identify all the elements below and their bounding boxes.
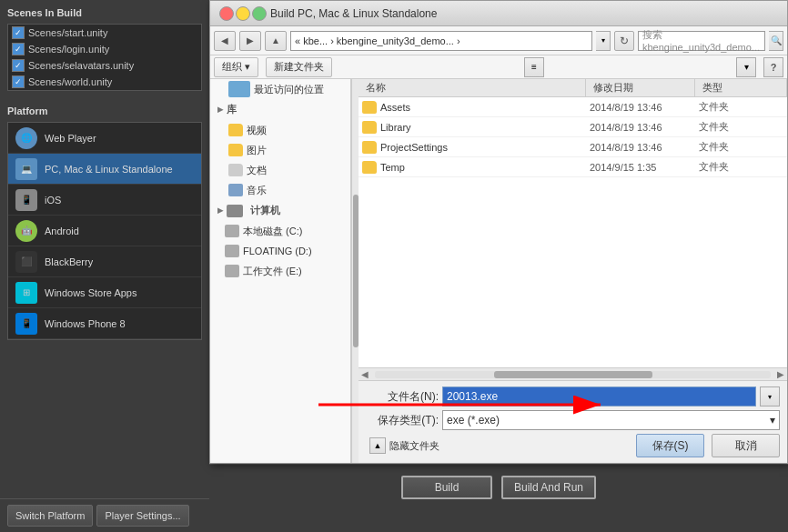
search-placeholder: 搜索 kbengine_unity3d_demo... — [642, 28, 761, 53]
blackberry-icon: ⬛ — [15, 251, 37, 273]
scroll-left-btn[interactable]: ◀ — [359, 369, 371, 379]
platform-item-ios[interactable]: 📱 iOS — [8, 185, 201, 216]
nav-drive-d[interactable]: FLOATING (D:) — [210, 241, 350, 261]
maximize-button[interactable] — [252, 6, 267, 21]
col-header-type[interactable]: 类型 — [695, 79, 787, 96]
collapse-button[interactable]: ▲ — [369, 437, 386, 454]
dialog-body: 最近访问的位置 ▶ 库 视频 图片 文档 音乐 — [210, 79, 787, 463]
web-player-icon: 🌐 — [15, 127, 37, 149]
file-type-assets: 文件夹 — [699, 100, 729, 114]
dialog-toolbar: ◀ ▶ ▲ « kbe... › kbengine_unity3d_demo..… — [210, 26, 787, 55]
file-row-library[interactable]: Library 2014/8/19 13:46 文件夹 — [359, 117, 787, 137]
scene-item[interactable]: ✓ Scenes/login.unity — [8, 41, 201, 57]
computer-icon — [227, 205, 243, 217]
file-row-projectsettings[interactable]: ProjectSettings 2014/8/19 13:46 文件夹 — [359, 137, 787, 157]
documents-folder-icon — [228, 164, 243, 176]
file-name-assets: Assets — [380, 102, 410, 113]
refresh-button[interactable]: ↻ — [614, 31, 634, 51]
platform-item-pcmaclinux[interactable]: 💻 PC, Mac & Linux Standalone — [8, 154, 201, 185]
scrollbar-h-track — [375, 371, 771, 378]
file-date-projectsettings: 2014/8/19 13:46 — [590, 142, 662, 153]
nav-music[interactable]: 音乐 — [210, 180, 350, 200]
nav-computer-header[interactable]: ▶ 计算机 — [210, 200, 350, 221]
up-button[interactable]: ▲ — [265, 31, 287, 51]
platform-item-webplayer[interactable]: 🌐 Web Player — [8, 123, 201, 154]
forward-button[interactable]: ▶ — [239, 31, 261, 51]
scene-checkbox[interactable]: ✓ — [12, 26, 25, 39]
scenes-section: Scenes In Build ✓ Scenes/start.unity ✓ S… — [0, 0, 209, 98]
address-bar[interactable]: « kbe... › kbengine_unity3d_demo... › — [290, 31, 592, 51]
search-icon[interactable]: 🔍 — [769, 31, 783, 51]
help-button[interactable]: ? — [763, 57, 783, 77]
new-folder-button[interactable]: 新建文件夹 — [266, 57, 332, 77]
file-list-body: Assets 2014/8/19 13:46 文件夹 Library — [359, 97, 787, 367]
nav-recent[interactable]: 最近访问的位置 — [210, 79, 350, 99]
file-cell-date-projectsettings: 2014/8/19 13:46 — [590, 142, 699, 153]
scene-item[interactable]: ✓ Scenes/world.unity — [8, 74, 201, 90]
scrollbar-h-thumb — [494, 371, 652, 378]
minimize-button[interactable] — [236, 6, 250, 21]
dialog-title: Build PC, Mac & Linux Standalone — [270, 7, 780, 20]
platform-item-blackberry[interactable]: ⬛ BlackBerry — [8, 246, 201, 277]
build-and-run-button[interactable]: Build And Run — [501, 476, 596, 499]
nav-drive-e[interactable]: 工作文件 (E:) — [210, 261, 350, 281]
platform-item-android[interactable]: 🤖 Android — [8, 216, 201, 246]
scene-checkbox[interactable]: ✓ — [12, 43, 25, 55]
player-settings-button[interactable]: Player Settings... — [96, 505, 188, 527]
scroll-right-btn[interactable]: ▶ — [774, 369, 787, 379]
nav-drive-c[interactable]: 本地磁盘 (C:) — [210, 221, 350, 241]
file-type-library: 文件夹 — [699, 120, 729, 134]
search-bar[interactable]: 搜索 kbengine_unity3d_demo... — [638, 31, 765, 51]
filename-dropdown[interactable]: ▾ — [760, 386, 780, 407]
platform-label-android: Android — [45, 226, 79, 236]
file-cell-type-library: 文件夹 — [699, 120, 783, 134]
scene-list: ✓ Scenes/start.unity ✓ Scenes/login.unit… — [7, 24, 202, 91]
filetype-select[interactable]: exe (*.exe) ▾ — [442, 410, 780, 430]
scene-item[interactable]: ✓ Scenes/start.unity — [8, 25, 201, 41]
folder-icon-library — [362, 121, 377, 134]
platform-list: 🌐 Web Player 💻 PC, Mac & Linux Standalon… — [7, 122, 202, 340]
music-icon — [228, 184, 243, 196]
folder-icon-projectsettings — [362, 141, 377, 154]
folder-icon-temp — [362, 161, 377, 174]
filetype-arrow: ▾ — [770, 414, 775, 427]
platform-label-ios: iOS — [45, 195, 61, 206]
scene-item[interactable]: ✓ Scenes/selavatars.unity — [8, 57, 201, 74]
nav-pictures[interactable]: 图片 — [210, 140, 350, 160]
nav-library-header[interactable]: ▶ 库 — [210, 99, 350, 120]
dialog-bottom: 文件名(N): ▾ 保存类型(T): exe (*.exe) ▾ ▲ 隐藏文件夹 — [359, 380, 787, 463]
documents-label: 文档 — [247, 164, 267, 177]
col-header-name[interactable]: 名称 — [359, 79, 586, 96]
library-label: 库 — [227, 103, 237, 116]
save-button[interactable]: 保存(S) — [636, 434, 704, 457]
back-button[interactable]: ◀ — [214, 31, 236, 51]
col-header-date[interactable]: 修改日期 — [586, 79, 695, 96]
platform-item-winstoreapps[interactable]: ⊞ Windows Store Apps — [8, 277, 201, 308]
file-cell-date-assets: 2014/8/19 13:46 — [590, 102, 699, 113]
nav-documents[interactable]: 文档 — [210, 160, 350, 180]
file-type-temp: 文件夹 — [699, 160, 729, 174]
filename-input[interactable] — [442, 386, 756, 407]
view-button2[interactable]: ▾ — [736, 57, 756, 77]
nav-scrollbar[interactable] — [351, 79, 359, 463]
cancel-button[interactable]: 取消 — [712, 434, 780, 457]
recent-label: 最近访问的位置 — [254, 83, 324, 96]
scene-checkbox[interactable]: ✓ — [12, 75, 25, 88]
nav-videos[interactable]: 视频 — [210, 120, 350, 140]
horizontal-scrollbar[interactable]: ◀ ▶ — [359, 367, 787, 380]
organize-button[interactable]: 组织 ▾ — [214, 57, 258, 77]
scene-checkbox[interactable]: ✓ — [12, 59, 25, 72]
close-button[interactable] — [219, 6, 234, 21]
switch-platform-button[interactable]: Switch Platform — [7, 505, 93, 527]
recent-icon — [228, 81, 250, 97]
file-name-temp: Temp — [380, 162, 405, 173]
build-button[interactable]: Build — [401, 476, 492, 499]
file-date-assets: 2014/8/19 13:46 — [590, 102, 662, 113]
file-row-temp[interactable]: Temp 2014/9/15 1:35 文件夹 — [359, 157, 787, 177]
videos-label: 视频 — [247, 124, 267, 137]
platform-item-winphone[interactable]: 📱 Windows Phone 8 — [8, 308, 201, 339]
file-row-assets[interactable]: Assets 2014/8/19 13:46 文件夹 — [359, 97, 787, 117]
scene-name: Scenes/selavatars.unity — [28, 60, 134, 71]
address-dropdown-arrow[interactable]: ▾ — [596, 31, 611, 51]
view-button[interactable]: ≡ — [524, 57, 544, 77]
